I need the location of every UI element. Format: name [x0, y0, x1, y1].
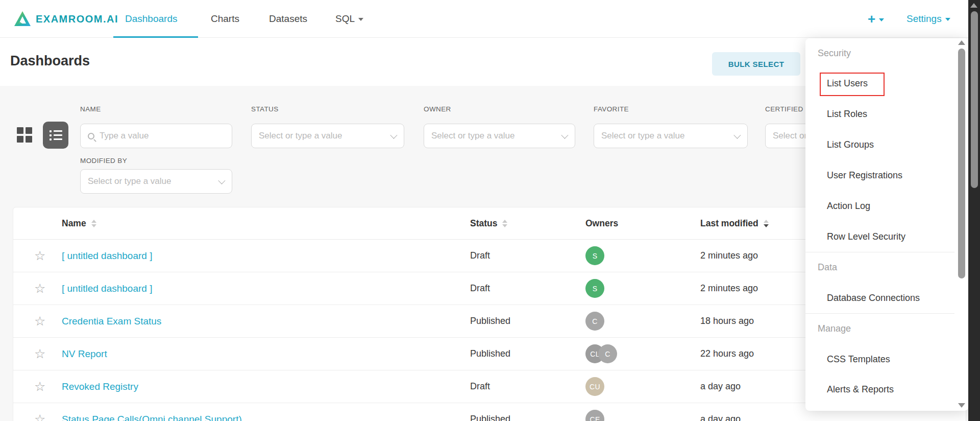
new-item-button[interactable]: + — [868, 0, 884, 38]
owner-filter-select[interactable]: Select or type a value — [424, 124, 575, 148]
menu-scrollbar-thumb[interactable] — [958, 49, 965, 278]
sort-icon[interactable] — [764, 220, 769, 227]
last-modified-value: 2 minutes ago — [700, 250, 758, 261]
name-filter-input[interactable] — [80, 124, 232, 148]
status-value: Draft — [470, 250, 490, 261]
menu-item-list-groups[interactable]: List Groups — [827, 137, 874, 152]
menu-section-data: Data — [818, 260, 837, 274]
owner-avatar[interactable]: S — [585, 246, 604, 265]
status-filter-select[interactable]: Select or type a value — [251, 124, 404, 148]
owner-avatar[interactable]: C — [585, 312, 604, 331]
status-value: Draft — [470, 283, 490, 294]
chevron-down-icon — [561, 132, 568, 139]
chevron-down-icon — [945, 18, 950, 21]
examroom-logo-icon — [14, 10, 31, 30]
settings-menu-button[interactable]: Settings — [906, 0, 950, 38]
menu-item-list-users[interactable]: List Users — [827, 76, 868, 90]
favorite-star-icon[interactable]: ☆ — [34, 248, 45, 263]
sort-icon[interactable] — [502, 220, 507, 227]
card-view-toggle[interactable] — [17, 127, 32, 143]
menu-item-row-level-security[interactable]: Row Level Security — [827, 229, 905, 244]
nav-tab-datasets[interactable]: Datasets — [269, 0, 307, 38]
chevron-down-icon — [358, 18, 363, 21]
top-navbar: EXAMROOM.AI Dashboards Charts Datasets S… — [0, 0, 980, 38]
last-modified-value: a day ago — [700, 414, 741, 421]
settings-dropdown-menu: Security List Users List Roles List Grou… — [805, 38, 968, 411]
modified-by-filter-select[interactable]: Select or type a value — [80, 169, 232, 194]
dashboard-link[interactable]: Revoked Registry — [62, 381, 138, 392]
nav-tab-charts[interactable]: Charts — [211, 0, 239, 38]
list-view-toggle[interactable] — [43, 122, 68, 149]
menu-section-security: Security — [818, 46, 851, 60]
last-modified-value: 18 hours ago — [700, 316, 754, 326]
nav-tab-dashboards[interactable]: Dashboards — [125, 0, 177, 38]
column-header-name[interactable]: Name — [62, 207, 96, 239]
chevron-down-icon — [879, 18, 884, 21]
scroll-up-arrow-icon[interactable] — [970, 3, 977, 8]
filter-label-status: STATUS — [251, 105, 279, 113]
owner-avatar[interactable]: CE — [585, 410, 604, 421]
chevron-down-icon — [390, 132, 397, 139]
column-header-owners: Owners — [585, 207, 618, 239]
name-filter-field[interactable] — [100, 131, 225, 141]
search-icon — [88, 133, 94, 139]
favorite-star-icon[interactable]: ☆ — [34, 379, 45, 394]
page-title: Dashboards — [10, 53, 90, 69]
sort-icon[interactable] — [91, 220, 96, 227]
owner-avatar[interactable]: C — [598, 344, 617, 363]
favorite-star-icon[interactable]: ☆ — [34, 281, 45, 296]
column-header-status[interactable]: Status — [470, 207, 507, 239]
menu-scroll-up-icon[interactable] — [958, 40, 965, 45]
dashboard-link[interactable]: [ untitled dashboard ] — [62, 283, 152, 294]
dashboard-link[interactable]: Credentia Exam Status — [62, 316, 161, 327]
favorite-star-icon[interactable]: ☆ — [34, 314, 45, 329]
menu-item-database-connections[interactable]: Database Connections — [827, 291, 920, 305]
owner-avatar[interactable]: CU — [585, 377, 604, 396]
chevron-down-icon — [218, 177, 225, 184]
list-icon — [50, 128, 62, 143]
menu-item-list-roles[interactable]: List Roles — [827, 107, 867, 121]
filter-label-favorite: FAVORITE — [594, 105, 629, 113]
menu-item-action-log[interactable]: Action Log — [827, 199, 870, 213]
scrollbar-thumb[interactable] — [971, 11, 978, 188]
filter-label-certified: CERTIFIED — [765, 105, 803, 113]
chevron-down-icon — [733, 132, 741, 139]
menu-item-user-registrations[interactable]: User Registrations — [827, 168, 902, 182]
menu-section-manage: Manage — [818, 321, 851, 336]
column-header-last-modified[interactable]: Last modified — [700, 207, 769, 239]
dashboard-link[interactable]: NV Report — [62, 348, 107, 360]
filter-label-modified-by: MODIFIED BY — [80, 157, 127, 165]
favorite-star-icon[interactable]: ☆ — [34, 412, 45, 421]
last-modified-value: a day ago — [700, 381, 741, 392]
brand-name: EXAMROOM.AI — [36, 13, 118, 25]
last-modified-value: 2 minutes ago — [700, 283, 758, 294]
menu-item-css-templates[interactable]: CSS Templates — [827, 352, 890, 366]
status-value: Published — [470, 414, 510, 421]
favorite-star-icon[interactable]: ☆ — [34, 346, 45, 361]
active-tab-underline — [113, 36, 198, 38]
owner-avatar[interactable]: S — [585, 279, 604, 298]
filter-label-name: NAME — [80, 105, 101, 113]
nav-tab-sql[interactable]: SQL — [335, 0, 363, 38]
menu-divider — [805, 252, 954, 252]
menu-item-alerts-reports[interactable]: Alerts & Reports — [827, 382, 894, 396]
bulk-select-button[interactable]: BULK SELECT — [712, 52, 800, 76]
status-value: Published — [470, 316, 510, 326]
filter-label-owner: OWNER — [424, 105, 451, 113]
status-value: Published — [470, 348, 510, 359]
status-value: Draft — [470, 381, 490, 392]
menu-scroll-down-icon[interactable] — [958, 403, 965, 408]
dashboard-link[interactable]: [ untitled dashboard ] — [62, 250, 152, 262]
browser-scrollbar[interactable] — [968, 0, 980, 421]
last-modified-value: 22 hours ago — [700, 348, 754, 359]
menu-divider — [805, 313, 954, 314]
favorite-filter-select[interactable]: Select or type a value — [594, 124, 748, 148]
dashboard-link[interactable]: Status Page Calls(Omni channel Support) — [62, 414, 242, 421]
